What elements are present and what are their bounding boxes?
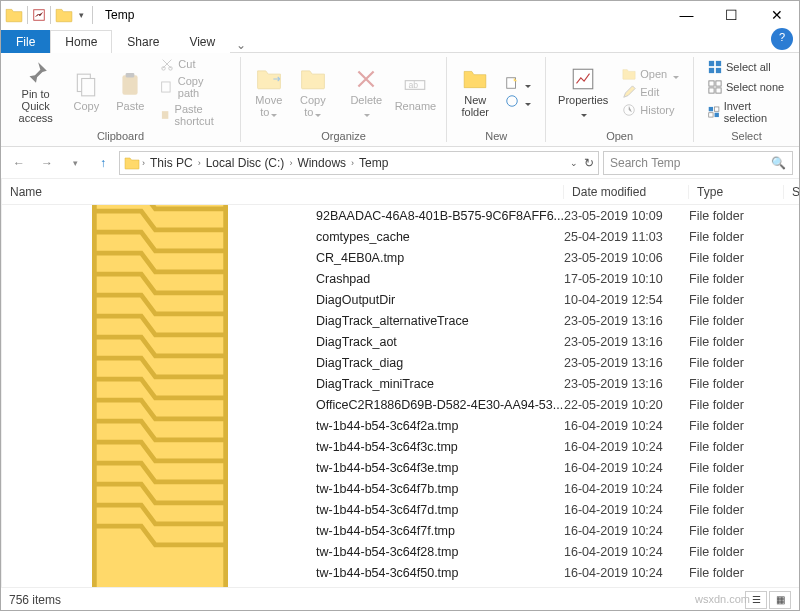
move-to-icon [256,66,282,92]
file-type: File folder [689,566,784,580]
invert-selection-button[interactable]: Invert selection [704,99,789,125]
col-name[interactable]: Name [2,185,564,199]
copy-icon [73,72,99,98]
file-date: 23-05-2019 13:16 [564,356,689,370]
copy-path-button[interactable]: Copy path [156,74,230,100]
svg-point-20 [507,96,518,107]
crumb-0[interactable]: This PC [147,156,196,170]
ribbon-tabs: File Home Share View ⌄ ? [1,29,799,53]
svg-rect-27 [709,81,714,86]
file-type: File folder [689,335,784,349]
crumb-1[interactable]: Local Disc (C:) [203,156,288,170]
file-type: File folder [689,482,784,496]
file-name: tw-1b44-b54-3c64f50.tmp [316,566,458,580]
file-type: File folder [689,440,784,454]
view-large-button[interactable]: ▦ [769,591,791,609]
pin-icon [23,60,49,86]
group-new-label: New [453,129,539,144]
nav-back-button[interactable]: ← [7,151,31,175]
file-type: File folder [689,524,784,538]
paste-button[interactable]: Paste [108,55,152,129]
new-item-button[interactable] [501,75,535,91]
maximize-button[interactable]: ☐ [709,1,754,29]
pin-quick-access-button[interactable]: Pin to Quick access [7,55,64,129]
file-type: File folder [689,545,784,559]
file-type: File folder [689,209,784,223]
col-type[interactable]: Type [689,185,784,199]
svg-rect-12 [126,73,135,77]
qat-properties-icon[interactable] [32,8,46,22]
file-date: 16-04-2019 10:24 [564,566,689,580]
select-none-icon [708,80,722,94]
tab-view[interactable]: View [174,30,230,53]
new-folder-button[interactable]: New folder [453,55,497,129]
paste-shortcut-button[interactable]: Paste shortcut [156,102,230,128]
minimize-button[interactable]: — [664,1,709,29]
file-type: File folder [689,398,784,412]
group-organize-label: Organize [247,129,441,144]
history-button[interactable]: History [618,102,683,118]
col-date[interactable]: Date modified [564,185,689,199]
properties-button[interactable]: Properties [552,55,614,129]
tab-home[interactable]: Home [50,30,112,53]
search-input[interactable]: Search Temp 🔍 [603,151,793,175]
titlebar: ▾ Temp — ☐ ✕ [1,1,799,29]
breadcrumb[interactable]: › This PC› Local Disc (C:)› Windows› Tem… [119,151,599,175]
svg-rect-24 [716,61,721,66]
file-date: 22-05-2019 10:20 [564,398,689,412]
easy-access-button[interactable] [501,93,535,109]
group-select-label: Select [700,129,793,144]
file-type: File folder [689,293,784,307]
address-dropdown[interactable]: ⌄ [570,158,578,168]
file-date: 16-04-2019 10:24 [564,524,689,538]
open-button[interactable]: Open [618,66,683,82]
cut-button[interactable]: Cut [156,56,230,72]
close-button[interactable]: ✕ [754,1,799,29]
select-all-icon [708,60,722,74]
qat-open-folder-icon[interactable] [55,6,73,24]
search-placeholder: Search Temp [610,156,680,170]
file-row[interactable]: tw-1b44-b54-3c64f50.tmp 16-04-2019 10:24… [2,562,800,583]
rename-icon: ab [402,72,428,98]
column-headers[interactable]: Name Date modified Type Size [2,179,800,205]
svg-rect-25 [709,68,714,73]
nav-up-button[interactable]: ↑ [91,151,115,175]
file-rows[interactable]: 92BAADAC-46A8-401B-B575-9C6F8AFF6... 23-… [2,205,800,587]
copy-path-icon [160,80,173,94]
group-clipboard-label: Clipboard [7,129,234,144]
col-size[interactable]: Size [784,185,800,199]
qat-dropdown[interactable]: ▾ [75,10,88,20]
edit-button[interactable]: Edit [618,84,683,100]
file-date: 23-05-2019 10:09 [564,209,689,223]
rename-button[interactable]: abRename [390,55,440,129]
folder-icon [10,498,310,588]
file-list: Name Date modified Type Size 92BAADAC-46… [2,179,800,587]
file-type: File folder [689,503,784,517]
copy-button[interactable]: Copy [64,55,108,129]
tab-share[interactable]: Share [112,30,174,53]
nav-recent-button[interactable]: ▾ [63,151,87,175]
delete-button[interactable]: Delete [342,55,390,129]
open-icon [622,67,636,81]
tab-file[interactable]: File [1,30,50,53]
svg-rect-15 [162,82,170,92]
select-all-button[interactable]: Select all [704,59,789,75]
crumb-2[interactable]: Windows [294,156,349,170]
file-type: File folder [689,377,784,391]
move-to-button[interactable]: Move to [247,55,291,129]
refresh-button[interactable]: ↻ [584,156,594,170]
nav-forward-button[interactable]: → [35,151,59,175]
select-none-button[interactable]: Select none [704,79,789,95]
qat-folder-icon[interactable] [5,6,23,24]
crumb-3[interactable]: Temp [356,156,391,170]
help-button[interactable]: ? [771,28,793,50]
paste-shortcut-icon [160,108,170,122]
file-type: File folder [689,419,784,433]
folder-icon [124,155,140,171]
ribbon-collapse[interactable]: ⌄ [230,38,252,52]
file-date: 16-04-2019 10:24 [564,482,689,496]
copy-to-button[interactable]: Copy to [291,55,335,129]
svg-rect-11 [123,75,138,95]
properties-icon [570,66,596,92]
new-item-icon [505,76,519,90]
